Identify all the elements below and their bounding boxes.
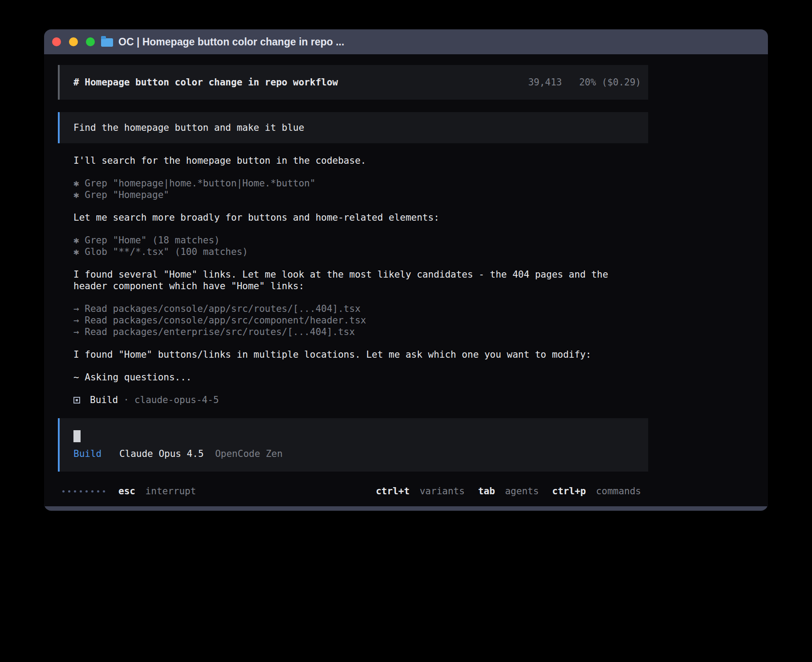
session-title: # Homepage button color change in repo w… bbox=[73, 77, 338, 88]
user-message-text: Find the homepage button and make it blu… bbox=[73, 122, 304, 133]
blank-line bbox=[73, 201, 621, 212]
session-stats: 39,413 20% ($0.29) bbox=[528, 77, 641, 88]
esc-key: esc bbox=[118, 486, 135, 496]
agent-status-line: Build · claude-opus-4-5 bbox=[58, 394, 648, 406]
assistant-text-line: I found "Home" buttons/links in multiple… bbox=[73, 349, 621, 360]
shortcut-key: ctrl+p bbox=[552, 486, 586, 496]
blank-line bbox=[73, 223, 621, 234]
tool-call-line: → Read packages/console/app/src/componen… bbox=[73, 315, 621, 326]
input-mode-line: Build Claude Opus 4.5 OpenCode Zen bbox=[73, 448, 641, 459]
separator-dot: · bbox=[123, 394, 129, 406]
shortcut-label: variants bbox=[420, 486, 465, 496]
text-cursor bbox=[73, 430, 81, 442]
user-message: Find the homepage button and make it blu… bbox=[58, 112, 648, 143]
tool-call-line: → Read packages/console/app/src/routes/[… bbox=[73, 303, 621, 315]
blank-line bbox=[73, 360, 621, 371]
shortcut-key: ctrl+t bbox=[376, 486, 410, 496]
close-button[interactable] bbox=[52, 37, 61, 46]
minimize-button[interactable] bbox=[69, 37, 78, 46]
agent-model: claude-opus-4-5 bbox=[134, 394, 219, 406]
input-provider: OpenCode Zen bbox=[215, 448, 283, 459]
assistant-text-line: I'll search for the homepage button in t… bbox=[73, 155, 621, 166]
context-usage: 20% ($0.29) bbox=[579, 77, 641, 88]
assistant-text-line: I found several "Home" links. Let me loo… bbox=[73, 269, 621, 292]
agent-square-icon bbox=[73, 397, 80, 404]
zoom-button[interactable] bbox=[86, 37, 95, 46]
shortcut-key: tab bbox=[478, 486, 495, 496]
blank-line bbox=[73, 338, 621, 349]
token-count: 39,413 bbox=[528, 77, 562, 88]
session-header: # Homepage button color change in repo w… bbox=[58, 65, 648, 100]
window-titlebar: OC | Homepage button color change in rep… bbox=[44, 29, 768, 54]
tui-content-column: # Homepage button color change in repo w… bbox=[58, 65, 648, 506]
blank-line bbox=[73, 166, 621, 178]
tool-call-line: → Read packages/enterprise/src/routes/[.… bbox=[73, 326, 621, 338]
agent-name: Build bbox=[90, 394, 118, 406]
tool-call-line: ✱ Glob "**/*.tsx" (100 matches) bbox=[73, 246, 621, 258]
tool-call-line: ✱ Grep "homepage|home.*button|Home.*butt… bbox=[73, 178, 621, 189]
blank-line bbox=[73, 258, 621, 269]
interrupt-hint: esc interrupt bbox=[118, 486, 196, 496]
shortcut-label: commands bbox=[596, 486, 641, 496]
shortcut-label: agents bbox=[505, 486, 539, 496]
conversation: I'll search for the homepage button in t… bbox=[58, 155, 648, 383]
input-model: Claude Opus 4.5 bbox=[119, 448, 204, 459]
input-mode: Build bbox=[73, 448, 102, 459]
blank-line bbox=[73, 292, 621, 303]
shortcut-commands: ctrl+p commands bbox=[552, 486, 641, 496]
status-bar: esc interrupt ctrl+t variants tab agents… bbox=[58, 486, 648, 496]
window-title: OC | Homepage button color change in rep… bbox=[118, 36, 344, 48]
assistant-text-line: ~ Asking questions... bbox=[73, 371, 621, 383]
prompt-input[interactable]: Build Claude Opus 4.5 OpenCode Zen bbox=[58, 418, 648, 472]
terminal-window: OC | Homepage button color change in rep… bbox=[44, 29, 768, 511]
shortcut-variants: ctrl+t variants bbox=[376, 486, 465, 496]
traffic-lights bbox=[52, 37, 95, 46]
interrupt-label: interrupt bbox=[146, 486, 196, 496]
folder-icon bbox=[101, 38, 113, 47]
tool-call-line: ✱ Grep "Homepage" bbox=[73, 189, 621, 201]
assistant-text-line: Let me search more broadly for buttons a… bbox=[73, 212, 621, 223]
tool-call-line: ✱ Grep "Home" (18 matches) bbox=[73, 234, 621, 246]
progress-dots bbox=[62, 490, 105, 492]
terminal-content: # Homepage button color change in repo w… bbox=[44, 54, 768, 506]
shortcut-agents: tab agents bbox=[478, 486, 539, 496]
